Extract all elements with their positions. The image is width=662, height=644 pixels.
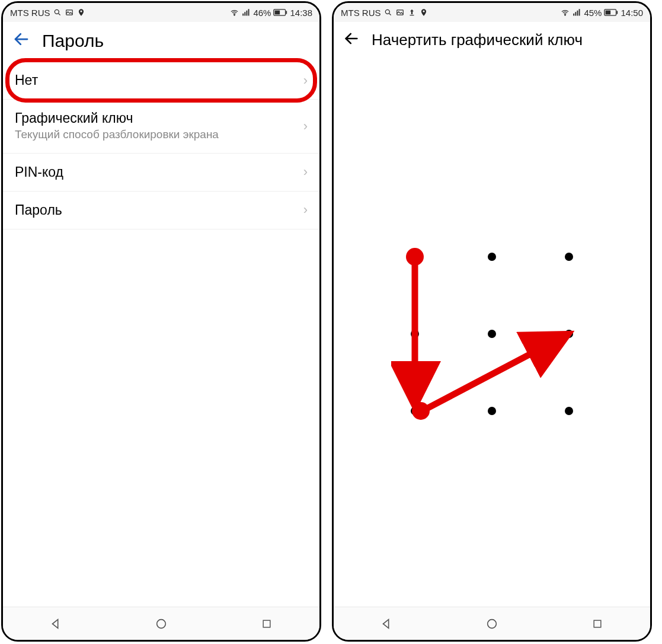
- carrier-label: MTS RUS: [10, 8, 50, 18]
- upload-icon: [407, 8, 417, 17]
- svg-rect-23: [579, 9, 580, 15]
- pattern-grid[interactable]: [391, 233, 593, 435]
- location-icon: [76, 8, 86, 17]
- svg-rect-35: [594, 620, 601, 627]
- list-item-subtitle: Текущий способ разблокировки экрана: [15, 127, 303, 142]
- signal-icon: [241, 8, 251, 17]
- svg-marker-33: [383, 619, 389, 628]
- svg-rect-7: [248, 9, 250, 15]
- svg-rect-4: [242, 13, 244, 15]
- svg-line-16: [389, 14, 391, 15]
- chevron-right-icon: ›: [303, 119, 308, 134]
- svg-line-1: [58, 14, 60, 15]
- status-bar: MTS RUS 45% 14:50: [334, 3, 650, 22]
- carrier-label: MTS RUS: [341, 8, 381, 18]
- pattern-input-area[interactable]: [334, 60, 650, 607]
- svg-rect-18: [410, 15, 414, 15]
- nav-back[interactable]: [370, 613, 403, 635]
- svg-rect-26: [617, 11, 618, 14]
- status-right: 46% 14:38: [229, 8, 312, 18]
- svg-line-32: [427, 337, 563, 409]
- option-list: Нет › Графический ключ Текущий способ ра…: [3, 62, 319, 229]
- back-button[interactable]: [12, 30, 30, 51]
- pattern-dot[interactable]: [565, 407, 573, 415]
- list-item-label: PIN-код: [15, 164, 303, 180]
- image-icon: [395, 8, 405, 17]
- svg-rect-21: [575, 12, 576, 15]
- svg-point-15: [385, 9, 389, 14]
- nav-home[interactable]: [145, 613, 178, 635]
- chevron-right-icon: ›: [303, 202, 308, 218]
- header: Пароль: [3, 22, 319, 62]
- battery-pct: 45%: [584, 8, 602, 18]
- status-left: MTS RUS: [10, 8, 86, 18]
- svg-rect-14: [263, 620, 270, 627]
- clock-label: 14:38: [290, 8, 312, 18]
- option-pin[interactable]: PIN-код ›: [3, 154, 319, 192]
- svg-point-13: [157, 619, 166, 628]
- nav-bar: [334, 607, 650, 640]
- status-left: MTS RUS: [341, 8, 428, 18]
- page-title: Пароль: [42, 31, 104, 51]
- svg-rect-9: [275, 11, 280, 15]
- svg-rect-25: [606, 11, 611, 15]
- option-password[interactable]: Пароль ›: [3, 192, 319, 229]
- pattern-dot[interactable]: [488, 253, 496, 261]
- svg-rect-20: [573, 13, 574, 15]
- nav-home[interactable]: [475, 613, 509, 635]
- option-none[interactable]: Нет ›: [3, 62, 319, 100]
- battery-pct: 46%: [253, 8, 271, 18]
- svg-point-19: [565, 14, 566, 15]
- svg-rect-6: [246, 10, 247, 15]
- spacer: [3, 229, 319, 607]
- image-icon: [65, 8, 74, 17]
- pattern-dot[interactable]: [411, 330, 419, 338]
- svg-rect-10: [286, 11, 287, 14]
- wifi-icon: [560, 8, 570, 17]
- pattern-dot[interactable]: [565, 330, 573, 338]
- chevron-right-icon: ›: [303, 164, 308, 180]
- svg-point-3: [234, 14, 235, 15]
- list-item-label: Графический ключ: [15, 110, 303, 126]
- svg-rect-5: [244, 12, 245, 15]
- battery-icon: [273, 9, 287, 16]
- pattern-dot[interactable]: [565, 253, 573, 261]
- search-icon: [383, 8, 393, 17]
- battery-icon: [604, 9, 618, 16]
- nav-back[interactable]: [39, 613, 72, 635]
- signal-icon: [572, 8, 581, 17]
- phone-screen-left: MTS RUS 46% 14:38: [1, 1, 321, 642]
- svg-point-0: [55, 9, 59, 14]
- svg-rect-22: [577, 10, 578, 15]
- pattern-dot[interactable]: [488, 407, 496, 415]
- pattern-dot[interactable]: [411, 407, 419, 415]
- nav-bar: [3, 607, 319, 640]
- chevron-right-icon: ›: [303, 73, 308, 88]
- status-bar: MTS RUS 46% 14:38: [3, 3, 319, 22]
- list-item-label: Пароль: [15, 202, 303, 218]
- nav-recent[interactable]: [581, 613, 614, 635]
- clock-label: 14:50: [621, 8, 643, 18]
- svg-point-34: [488, 619, 497, 628]
- option-pattern[interactable]: Графический ключ Текущий способ разблоки…: [3, 100, 319, 154]
- wifi-icon: [229, 8, 239, 17]
- phone-screen-right: MTS RUS 45% 14:50: [332, 1, 652, 642]
- back-button[interactable]: [343, 30, 360, 50]
- pattern-dot[interactable]: [488, 330, 496, 338]
- search-icon: [53, 8, 62, 17]
- header: Начертить графический ключ: [334, 22, 650, 60]
- status-right: 45% 14:50: [560, 8, 643, 18]
- svg-marker-12: [53, 619, 58, 628]
- nav-recent[interactable]: [250, 613, 283, 635]
- page-title: Начертить графический ключ: [372, 31, 583, 49]
- list-item-label: Нет: [15, 72, 303, 88]
- pattern-dot[interactable]: [411, 253, 419, 261]
- location-icon: [419, 8, 428, 17]
